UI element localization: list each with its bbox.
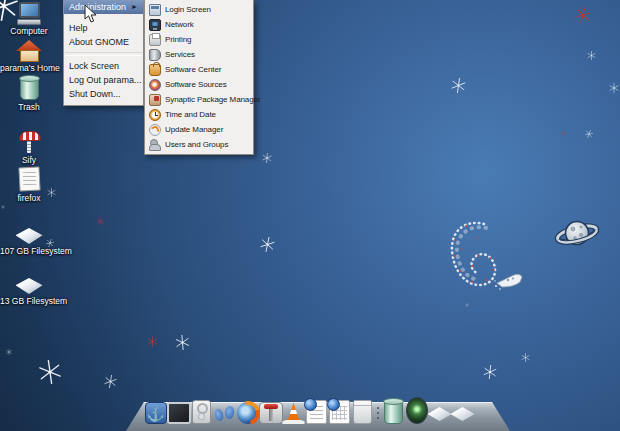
star-sparkle [483, 365, 497, 379]
filesystem-icon [428, 407, 452, 421]
menu-item-label: Help [69, 21, 138, 35]
terminal-icon [167, 402, 191, 424]
footprints-icon [214, 402, 236, 424]
dock-item-footprints[interactable] [213, 396, 236, 424]
dock-item-speaker[interactable] [190, 396, 213, 424]
synaptic-icon [149, 94, 161, 106]
trash-icon [20, 76, 39, 100]
dock-items: ⚓ [144, 396, 474, 424]
menu-item-about-gnome[interactable]: About GNOME [64, 35, 143, 49]
login-screen-icon [149, 4, 161, 16]
star-sparkle [38, 360, 62, 384]
desktop-icon-firefox[interactable]: firefox [0, 167, 58, 203]
submenu-item-label: Login Screen [165, 5, 211, 14]
menu-item-shut-down[interactable]: Shut Down... [64, 87, 143, 101]
star-sparkle [104, 375, 117, 388]
dock-item-package[interactable] [351, 396, 374, 424]
desktop-icon-13-gb-filesystem[interactable]: 13 GB Filesystem [0, 270, 58, 306]
menu-separator [65, 52, 142, 56]
dock-item-trash[interactable] [382, 396, 405, 424]
dock-item-power-lever[interactable] [259, 396, 282, 424]
submenu-item-software-center[interactable]: Software Center [145, 62, 253, 77]
submenu-item-network[interactable]: Network [145, 17, 253, 32]
submenu-item-users-and-groups[interactable]: Users and Groups [145, 137, 253, 152]
star-sparkle [609, 83, 619, 93]
star-sparkle [260, 237, 275, 252]
spreadsheet-icon [329, 400, 350, 424]
submenu-arrow-icon: ► [131, 0, 138, 14]
services-icon [149, 49, 161, 61]
dock-item-writer-document[interactable] [305, 396, 328, 424]
menu-item-label: About GNOME [69, 35, 138, 49]
submenu-item-label: Update Manager [165, 125, 223, 134]
menu-item-label: Lock Screen [69, 59, 138, 73]
dock-item-terminal[interactable] [167, 396, 190, 424]
administration-submenu: Login ScreenNetworkPrintingServicesSoftw… [144, 0, 254, 155]
dock-item-filesystem[interactable] [428, 396, 451, 424]
filesystem-icon [16, 228, 43, 244]
dock-item-firefox[interactable] [236, 396, 259, 424]
desktop-icon-107-gb-filesystem[interactable]: 107 GB Filesystem [0, 220, 58, 256]
submenu-item-services[interactable]: Services [145, 47, 253, 62]
menu-item-label: Shut Down... [69, 87, 138, 101]
submenu-item-time-and-date[interactable]: Time and Date [145, 107, 253, 122]
submenu-item-login-screen[interactable]: Login Screen [145, 2, 253, 17]
star-sparkle [561, 131, 566, 136]
star-sparkle [521, 353, 530, 362]
system-menu: Administration►HelpAbout GNOMELock Scree… [63, 0, 144, 106]
computer-icon [17, 2, 41, 24]
desktop-icon-label: 13 GB Filesystem [0, 297, 58, 306]
dock-item-vlc-cone[interactable] [282, 396, 305, 424]
dock-item-filesystem[interactable] [451, 396, 474, 424]
submenu-item-label: Network [165, 20, 194, 29]
star-sparkle [585, 130, 593, 138]
spaceship-graphic [494, 270, 526, 292]
submenu-item-label: Synaptic Package Manager [165, 95, 260, 104]
desktop-icon-label: Sify [0, 156, 58, 165]
submenu-item-label: Services [165, 50, 195, 59]
radar-icon [406, 397, 428, 424]
menu-item-log-out-parama[interactable]: Log Out parama... [64, 73, 143, 87]
desktop-icon-trash[interactable]: Trash [0, 76, 58, 112]
dock-item-radar[interactable] [405, 396, 428, 424]
home-icon [16, 40, 42, 61]
menu-item-label: Log Out parama... [69, 73, 142, 87]
desktop-icon-sify[interactable]: Sify [0, 129, 58, 165]
dock: ⚓ [0, 393, 620, 431]
trash-icon [384, 399, 403, 424]
writer-document-icon [306, 400, 327, 424]
update-icon [149, 124, 161, 136]
submenu-item-synaptic-package-manager[interactable]: Synaptic Package Manager [145, 92, 253, 107]
desktop-icon-parama-s-home[interactable]: parama's Home [0, 37, 58, 73]
dock-item-anchor[interactable]: ⚓ [144, 396, 167, 424]
filesystem-icon [16, 278, 43, 294]
desktop-icon-computer[interactable]: Computer [0, 0, 58, 36]
menu-item-lock-screen[interactable]: Lock Screen [64, 59, 143, 73]
submenu-item-printing[interactable]: Printing [145, 32, 253, 47]
filesystem-icon [451, 407, 475, 421]
network-icon [149, 19, 161, 31]
saturn-planet-graphic [554, 214, 600, 254]
submenu-item-label: Printing [165, 35, 191, 44]
package-icon [353, 400, 372, 424]
menu-item-administration[interactable]: Administration► [64, 0, 143, 14]
menu-item-label: Administration [69, 0, 131, 14]
star-sparkle [587, 51, 596, 60]
submenu-item-label: Time and Date [165, 110, 216, 119]
submenu-item-update-manager[interactable]: Update Manager [145, 122, 253, 137]
speaker-icon [192, 400, 211, 424]
desktop-icon-label: Computer [0, 27, 58, 36]
desktop-icon-label: parama's Home [0, 64, 58, 73]
submenu-item-label: Users and Groups [165, 140, 228, 149]
submenu-item-software-sources[interactable]: Software Sources [145, 77, 253, 92]
submenu-item-label: Software Sources [165, 80, 227, 89]
star-sparkle [6, 349, 12, 355]
dock-separator [374, 400, 382, 424]
star-sparkle [97, 218, 104, 225]
software-sources-icon [149, 79, 161, 91]
sify-icon [18, 131, 40, 153]
star-sparkle [262, 153, 272, 163]
power-lever-icon [259, 402, 283, 424]
dock-item-spreadsheet[interactable] [328, 396, 351, 424]
menu-item-help[interactable]: Help [64, 21, 143, 35]
